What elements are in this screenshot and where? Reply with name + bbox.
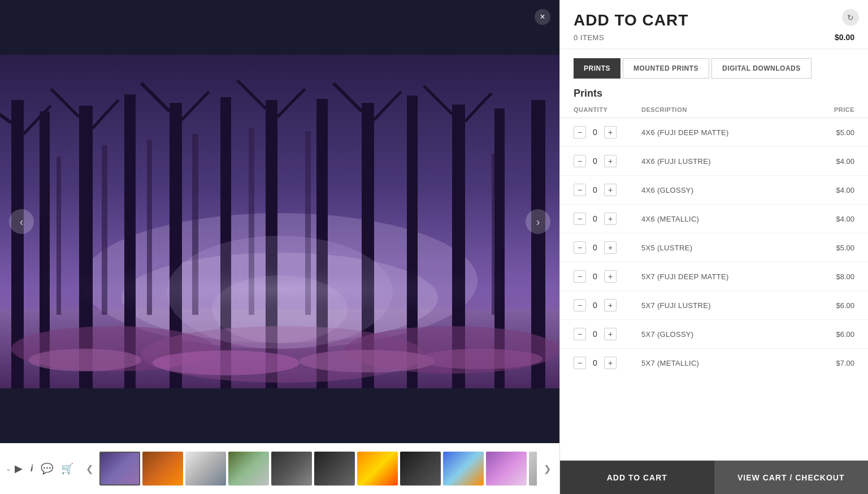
product-name-2: 4X6 (FUJI LUSTRE) xyxy=(641,157,815,166)
col-desc-header: DESCRIPTION xyxy=(641,106,815,113)
main-image xyxy=(0,55,559,388)
product-row-2: − 0 + 4X6 (FUJI LUSTRE) $4.00 xyxy=(560,147,868,176)
product-name-6: 5X7 (FUJI DEEP MATTE) xyxy=(641,272,815,281)
cart-icon[interactable]: 🛒 xyxy=(61,462,73,475)
product-name-3: 4X6 (GLOSSY) xyxy=(641,186,815,194)
product-name-1: 4X6 (FUJI DEEP MATTE) xyxy=(641,128,815,137)
qty-control-3: − 0 + xyxy=(574,184,641,196)
qty-control-4: − 0 + xyxy=(574,213,641,225)
play-icon[interactable]: ▶ xyxy=(15,462,23,475)
product-name-4: 4X6 (METALLIC) xyxy=(641,215,815,223)
tab-mounted-prints[interactable]: MOUNTED PRINTS xyxy=(623,58,709,79)
qty-decrease-8[interactable]: − xyxy=(574,328,586,340)
product-tabs: PRINTS MOUNTED PRINTS DIGITAL DOWNLOADS xyxy=(560,49,868,79)
svg-point-30 xyxy=(28,349,141,371)
left-panel: × xyxy=(0,0,559,494)
qty-decrease-7[interactable]: − xyxy=(574,299,586,311)
qty-value-8: 0 xyxy=(591,330,600,339)
qty-decrease-2[interactable]: − xyxy=(574,155,586,167)
total-price: $0.00 xyxy=(835,33,854,42)
qty-control-6: − 0 + xyxy=(574,270,641,283)
thumbnail-4[interactable] xyxy=(228,452,269,486)
products-list: − 0 + 4X6 (FUJI DEEP MATTE) $5.00 − 0 + … xyxy=(560,118,868,460)
product-price-3: $4.00 xyxy=(815,186,854,194)
bottom-bar: ⌄ ▶ i 💬 🛒 ❮ ❯ xyxy=(0,443,559,494)
thumbnail-3[interactable] xyxy=(185,452,226,486)
thumbnail-2[interactable] xyxy=(142,452,183,486)
qty-increase-5[interactable]: + xyxy=(604,241,617,254)
qty-increase-3[interactable]: + xyxy=(604,184,617,196)
thumbnail-9[interactable] xyxy=(443,452,484,486)
thumbnail-11[interactable] xyxy=(529,452,537,486)
comment-icon[interactable]: 💬 xyxy=(41,462,53,475)
qty-increase-7[interactable]: + xyxy=(604,299,617,311)
info-icon[interactable]: i xyxy=(31,463,33,474)
thumbnail-6[interactable] xyxy=(314,452,355,486)
add-to-cart-button[interactable]: ADD TO CART xyxy=(560,461,714,494)
qty-control-9: − 0 + xyxy=(574,357,641,369)
refresh-icon[interactable]: ↻ xyxy=(842,9,859,26)
qty-increase-8[interactable]: + xyxy=(604,328,617,340)
svg-rect-36 xyxy=(0,253,559,309)
product-price-5: $5.00 xyxy=(815,244,854,252)
product-name-5: 5X5 (LUSTRE) xyxy=(641,244,815,252)
product-name-7: 5X7 (FUJI LUSTRE) xyxy=(641,301,815,310)
product-price-2: $4.00 xyxy=(815,157,854,166)
tab-digital-downloads[interactable]: DIGITAL DOWNLOADS xyxy=(711,58,811,79)
product-row-1: − 0 + 4X6 (FUJI DEEP MATTE) $5.00 xyxy=(560,118,868,147)
col-qty-header: QUANTITY xyxy=(574,106,641,113)
prev-image-button[interactable]: ‹ xyxy=(9,209,34,234)
product-price-8: $6.00 xyxy=(815,330,854,339)
product-price-6: $8.00 xyxy=(815,272,854,281)
qty-decrease-3[interactable]: − xyxy=(574,184,586,196)
product-row-8: − 0 + 5X7 (GLOSSY) $6.00 xyxy=(560,320,868,349)
product-price-4: $4.00 xyxy=(815,215,854,223)
qty-value-7: 0 xyxy=(591,301,600,310)
thumbnail-10[interactable] xyxy=(486,452,527,486)
product-row-6: − 0 + 5X7 (FUJI DEEP MATTE) $8.00 xyxy=(560,262,868,291)
cart-title: ADD TO CART xyxy=(574,11,854,29)
qty-decrease-4[interactable]: − xyxy=(574,213,586,225)
thumbnail-8[interactable] xyxy=(400,452,441,486)
product-row-5: − 0 + 5X5 (LUSTRE) $5.00 xyxy=(560,233,868,262)
tab-prints[interactable]: PRINTS xyxy=(574,58,620,79)
product-row-4: − 0 + 4X6 (METALLIC) $4.00 xyxy=(560,205,868,233)
next-image-button[interactable]: › xyxy=(526,209,550,234)
thumbnails-prev-button[interactable]: ❮ xyxy=(83,462,96,475)
product-row-7: − 0 + 5X7 (FUJI LUSTRE) $6.00 xyxy=(560,291,868,320)
qty-value-9: 0 xyxy=(591,358,600,367)
thumbnails-next-button[interactable]: ❯ xyxy=(540,462,554,475)
cart-meta: 0 ITEMS $0.00 xyxy=(574,33,854,42)
expand-icon[interactable]: ⌄ xyxy=(6,465,11,473)
qty-increase-4[interactable]: + xyxy=(604,213,617,225)
thumbnail-7[interactable] xyxy=(357,452,398,486)
svg-point-31 xyxy=(153,350,300,375)
qty-increase-6[interactable]: + xyxy=(604,270,617,283)
view-cart-button[interactable]: VIEW CART / CHECKOUT xyxy=(714,461,869,494)
product-name-9: 5X7 (METALLIC) xyxy=(641,359,815,367)
close-button[interactable]: × xyxy=(535,9,550,25)
qty-decrease-1[interactable]: − xyxy=(574,126,586,138)
qty-increase-1[interactable]: + xyxy=(604,126,617,138)
section-title: Prints xyxy=(560,79,868,104)
qty-control-2: − 0 + xyxy=(574,155,641,167)
thumbnails-strip xyxy=(99,452,537,486)
qty-increase-2[interactable]: + xyxy=(604,155,617,167)
items-count: 0 ITEMS xyxy=(574,33,604,42)
thumbnail-5[interactable] xyxy=(271,452,312,486)
main-image-container: ‹ › xyxy=(0,0,559,443)
product-row-9: − 0 + 5X7 (METALLIC) $7.00 xyxy=(560,349,868,377)
qty-value-6: 0 xyxy=(591,272,600,281)
svg-point-33 xyxy=(418,349,542,369)
qty-increase-9[interactable]: + xyxy=(604,357,617,369)
qty-value-1: 0 xyxy=(591,128,600,137)
product-price-1: $5.00 xyxy=(815,128,854,137)
qty-control-1: − 0 + xyxy=(574,126,641,138)
qty-decrease-5[interactable]: − xyxy=(574,241,586,254)
qty-decrease-6[interactable]: − xyxy=(574,270,586,283)
bottom-actions: ADD TO CART VIEW CART / CHECKOUT xyxy=(560,460,868,494)
col-price-header: PRICE xyxy=(815,106,854,113)
qty-decrease-9[interactable]: − xyxy=(574,357,586,369)
right-header: ADD TO CART 0 ITEMS $0.00 xyxy=(560,0,868,49)
thumbnail-1[interactable] xyxy=(99,452,140,486)
